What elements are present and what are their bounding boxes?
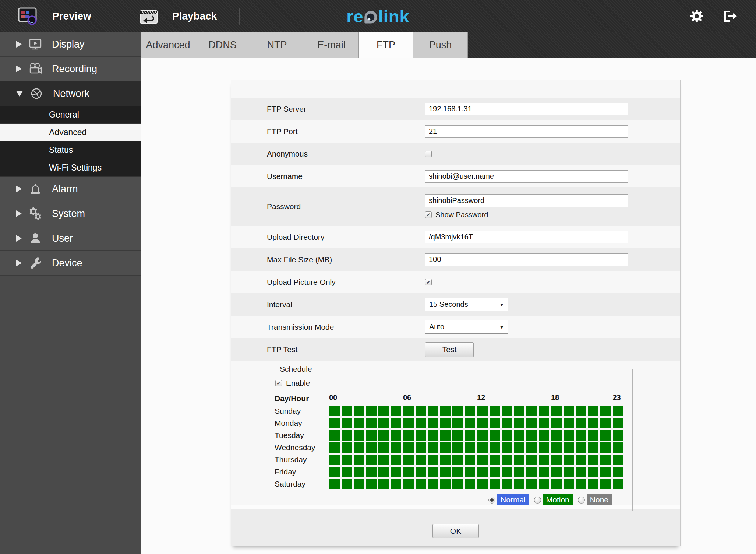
upload-directory-input[interactable] xyxy=(425,231,628,243)
ftp-port-input[interactable] xyxy=(425,125,628,138)
schedule-cell[interactable] xyxy=(440,406,451,416)
upload-picture-only-checkbox[interactable] xyxy=(425,279,432,285)
schedule-cell[interactable] xyxy=(391,455,402,465)
schedule-cell[interactable] xyxy=(440,479,451,489)
schedule-cell[interactable] xyxy=(440,418,451,428)
schedule-cell[interactable] xyxy=(465,406,476,416)
schedule-cell[interactable] xyxy=(378,430,389,441)
logout-icon[interactable] xyxy=(722,10,738,22)
schedule-cell[interactable] xyxy=(564,479,574,489)
schedule-cell[interactable] xyxy=(366,479,377,489)
ftp-test-button[interactable]: Test xyxy=(425,342,474,357)
schedule-cell[interactable] xyxy=(465,418,476,428)
schedule-cell[interactable] xyxy=(477,455,488,465)
mode-motion-chip[interactable]: Motion xyxy=(543,494,573,505)
schedule-cell[interactable] xyxy=(564,406,574,416)
schedule-cell[interactable] xyxy=(526,406,537,416)
schedule-cell[interactable] xyxy=(342,455,352,465)
schedule-cell[interactable] xyxy=(551,430,562,441)
sidebar-subitem-general[interactable]: General xyxy=(0,106,141,124)
schedule-cell[interactable] xyxy=(539,430,550,441)
schedule-cell[interactable] xyxy=(366,430,377,441)
sidebar-item-network[interactable]: Network xyxy=(0,81,141,106)
schedule-cell[interactable] xyxy=(391,418,402,428)
schedule-cell[interactable] xyxy=(490,418,500,428)
schedule-cell[interactable] xyxy=(588,455,599,465)
schedule-cell[interactable] xyxy=(440,455,451,465)
schedule-cell[interactable] xyxy=(490,455,500,465)
schedule-cell[interactable] xyxy=(378,479,389,489)
schedule-cell[interactable] xyxy=(551,479,562,489)
username-input[interactable] xyxy=(425,170,628,183)
schedule-cell[interactable] xyxy=(329,430,340,441)
schedule-cell[interactable] xyxy=(526,442,537,453)
schedule-cell[interactable] xyxy=(465,442,476,453)
tab-email[interactable]: E-mail xyxy=(304,32,359,58)
schedule-cell[interactable] xyxy=(391,479,402,489)
sidebar-subitem-wifi-settings[interactable]: Wi-Fi Settings xyxy=(0,159,141,177)
schedule-cell[interactable] xyxy=(600,479,611,489)
schedule-cell[interactable] xyxy=(526,455,537,465)
schedule-cell[interactable] xyxy=(526,467,537,477)
schedule-cell[interactable] xyxy=(490,406,500,416)
schedule-cell[interactable] xyxy=(403,430,414,441)
schedule-cell[interactable] xyxy=(403,479,414,489)
schedule-cell[interactable] xyxy=(428,406,438,416)
schedule-cell[interactable] xyxy=(416,442,426,453)
schedule-cell[interactable] xyxy=(514,455,525,465)
tab-advanced[interactable]: Advanced xyxy=(141,32,195,58)
schedule-cell[interactable] xyxy=(416,467,426,477)
schedule-cell[interactable] xyxy=(551,418,562,428)
schedule-cell[interactable] xyxy=(502,442,512,453)
schedule-cell[interactable] xyxy=(539,479,550,489)
schedule-cell[interactable] xyxy=(576,430,586,441)
schedule-cell[interactable] xyxy=(514,430,525,441)
schedule-cell[interactable] xyxy=(588,467,599,477)
schedule-cell[interactable] xyxy=(539,467,550,477)
schedule-cell[interactable] xyxy=(428,418,438,428)
password-input[interactable] xyxy=(425,194,628,207)
schedule-cell[interactable] xyxy=(490,430,500,441)
schedule-cell[interactable] xyxy=(551,406,562,416)
schedule-cell[interactable] xyxy=(428,479,438,489)
schedule-cell[interactable] xyxy=(391,467,402,477)
schedule-cell[interactable] xyxy=(378,442,389,453)
mode-none-chip[interactable]: None xyxy=(587,494,612,505)
schedule-cell[interactable] xyxy=(452,418,463,428)
schedule-cell[interactable] xyxy=(329,442,340,453)
schedule-cell[interactable] xyxy=(539,418,550,428)
schedule-cell[interactable] xyxy=(576,479,586,489)
schedule-cell[interactable] xyxy=(366,418,377,428)
schedule-cell[interactable] xyxy=(514,406,525,416)
schedule-cell[interactable] xyxy=(600,430,611,441)
schedule-cell[interactable] xyxy=(366,442,377,453)
sidebar-item-display[interactable]: Display xyxy=(0,32,141,57)
schedule-cell[interactable] xyxy=(465,479,476,489)
schedule-cell[interactable] xyxy=(551,455,562,465)
schedule-cell[interactable] xyxy=(600,467,611,477)
schedule-cell[interactable] xyxy=(354,418,364,428)
playback-tab[interactable]: Playback xyxy=(139,7,217,25)
schedule-cell[interactable] xyxy=(378,467,389,477)
schedule-cell[interactable] xyxy=(477,418,488,428)
schedule-cell[interactable] xyxy=(613,406,623,416)
schedule-cell[interactable] xyxy=(564,455,574,465)
schedule-cell[interactable] xyxy=(539,455,550,465)
tab-push[interactable]: Push xyxy=(413,32,468,58)
schedule-cell[interactable] xyxy=(600,406,611,416)
schedule-cell[interactable] xyxy=(613,430,623,441)
schedule-cell[interactable] xyxy=(378,418,389,428)
schedule-cell[interactable] xyxy=(452,479,463,489)
max-file-size-input[interactable] xyxy=(425,253,628,266)
sidebar-item-recording[interactable]: Recording xyxy=(0,57,141,81)
schedule-cell[interactable] xyxy=(378,455,389,465)
schedule-cell[interactable] xyxy=(477,406,488,416)
schedule-cell[interactable] xyxy=(490,479,500,489)
schedule-cell[interactable] xyxy=(342,442,352,453)
sidebar-subitem-status[interactable]: Status xyxy=(0,141,141,159)
schedule-cell[interactable] xyxy=(465,467,476,477)
schedule-cell[interactable] xyxy=(354,406,364,416)
schedule-cell[interactable] xyxy=(342,430,352,441)
schedule-cell[interactable] xyxy=(452,442,463,453)
schedule-cell[interactable] xyxy=(416,418,426,428)
